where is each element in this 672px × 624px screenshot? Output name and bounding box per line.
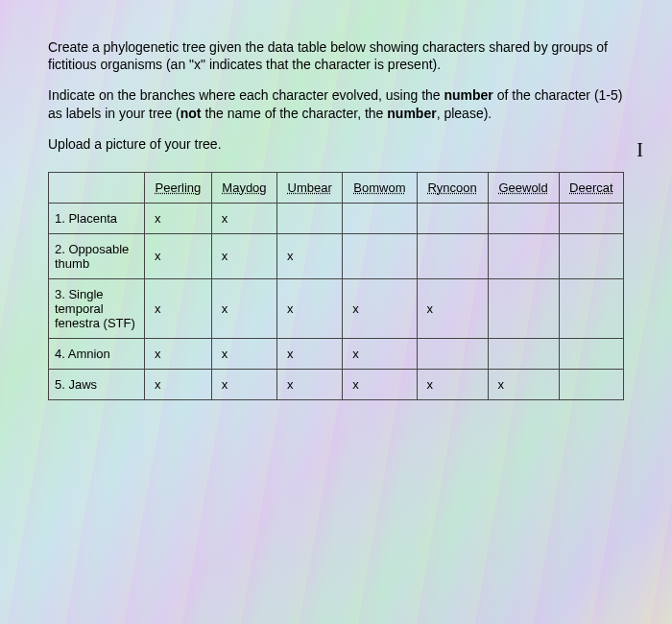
table-cell: x [145,278,212,338]
header-peerling: Peerling [145,172,212,203]
row-label: 5. Jaws [49,369,145,399]
table-cell [559,369,623,399]
header-umbear: Umbear [277,172,343,203]
table-row: 2. Opposable thumbxxx [49,233,624,278]
header-maydog: Maydog [211,172,276,203]
p2-part-e: the name of the character, the [202,106,388,121]
table-cell: x [145,369,212,399]
table-cell: x [145,203,212,233]
table-cell: x [277,233,343,278]
table-cell [417,203,488,233]
row-label: 1. Placenta [49,203,145,233]
table-cell: x [211,203,276,233]
table-cell: x [277,338,343,369]
table-cell: x [211,278,276,338]
table-cell: x [343,338,417,369]
table-cell: x [488,369,559,399]
table-cell [559,278,623,338]
table-cell: x [145,233,212,278]
header-empty [49,172,145,203]
table-cell [417,338,488,369]
instruction-paragraph-1: Create a phylogenetic tree given the dat… [48,38,624,73]
row-label: 3. Single temporal fenestra (STF) [49,278,145,338]
p2-bold-number-2: number [387,106,436,121]
table-cell: x [343,278,417,338]
table-row: 3. Single temporal fenestra (STF)xxxxx [49,278,624,338]
table-cell: x [277,278,343,338]
table-cell: x [211,233,276,278]
table-cell [488,203,559,233]
instruction-paragraph-2: Indicate on the branches where each char… [48,86,624,121]
table-cell [343,233,417,278]
table-row: 5. Jawsxxxxxx [49,369,624,399]
p2-part-a: Indicate on the branches where each char… [48,87,444,103]
row-label: 4. Amnion [49,338,145,369]
table-body: 1. Placentaxx2. Opposable thumbxxx3. Sin… [49,203,624,399]
table-cell: x [145,338,212,369]
table-cell [488,338,559,369]
header-bomwom: Bomwom [343,172,417,203]
table-cell [417,233,488,278]
p2-part-g: , please). [437,106,492,121]
header-ryncoon: Ryncoon [417,172,488,203]
table-cell: x [211,369,276,399]
table-cell [559,203,623,233]
table-cell [488,278,559,338]
table-cell: x [343,369,417,399]
instruction-paragraph-3: Upload a picture of your tree. [48,135,624,153]
row-label: 2. Opposable thumb [49,233,145,278]
table-cell: x [277,369,343,399]
table-cell: x [211,338,276,369]
text-cursor-icon: I [636,139,643,161]
table-row: 4. Amnionxxxx [49,338,624,369]
table-cell: x [417,278,488,338]
table-cell: x [417,369,488,399]
table-cell [343,203,417,233]
header-geewold: Geewold [488,172,559,203]
p2-bold-not: not [180,106,202,121]
table-cell [559,233,623,278]
table-cell [277,203,343,233]
table-cell [488,233,559,278]
p2-bold-number-1: number [444,87,492,103]
table-cell [559,338,623,369]
character-table: Peerling Maydog Umbear Bomwom Ryncoon Ge… [48,172,624,400]
table-header-row: Peerling Maydog Umbear Bomwom Ryncoon Ge… [49,172,624,203]
table-row: 1. Placentaxx [49,203,624,233]
header-deercat: Deercat [559,172,623,203]
